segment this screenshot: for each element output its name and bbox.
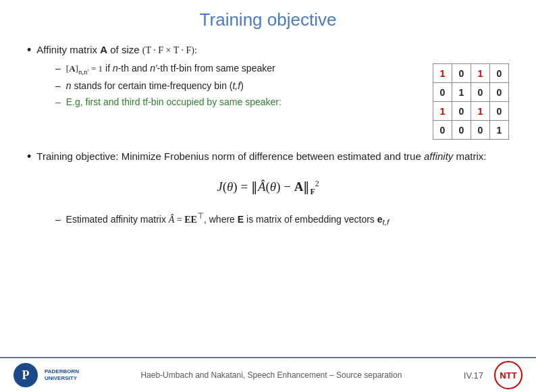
formula-block: J(θ) = ‖Â(θ) − A‖F2 — [27, 179, 509, 197]
sub-bullets: – [A]n,n′ = 1 if n-th and n′-th tf-bin f… — [55, 62, 419, 109]
footer-right: IV.17 NTT — [464, 361, 522, 389]
sub-bullet-text-2: n stands for certain time-frequency bin … — [66, 80, 244, 93]
footer-left: P PADERBORN UNIVERSITY — [14, 363, 79, 387]
matrix-cell-3-0: 0 — [433, 121, 452, 140]
paderborn-university-text: PADERBORN UNIVERSITY — [45, 368, 79, 381]
sub-bullets-col: – [A]n,n′ = 1 if n-th and n′-th tf-bin f… — [27, 62, 419, 109]
matrix-cell-0-0: 1 — [433, 64, 452, 83]
dash-3: – — [55, 96, 61, 109]
matrix-row-3: 0 0 0 1 — [433, 121, 509, 140]
matrix-cell-2-0: 1 — [433, 102, 452, 121]
affinity-matrix: 1 0 1 0 0 1 0 0 1 0 1 0 — [433, 63, 509, 140]
matrix-cell-1-1: 1 — [452, 83, 471, 102]
bullet-text-1: Affinity matrix A of size (T · F × T · F… — [36, 43, 196, 57]
matrix-cell-1-3: 0 — [490, 83, 509, 102]
sub-bullet-3: – E.g, first and third tf-bin occupied b… — [55, 96, 419, 109]
sub-bullet-2: – n stands for certain time-frequency bi… — [55, 80, 419, 93]
footer: P PADERBORN UNIVERSITY Haeb-Umbach and N… — [0, 357, 536, 392]
ntt-logo-text: NTT — [500, 370, 516, 381]
formula-text: J(θ) = ‖Â(θ) − A‖F2 — [217, 179, 319, 197]
footer-citation: Haeb-Umbach and Nakatani, Speech Enhance… — [79, 370, 464, 380]
sub-bullet-text-3: E.g, first and third tf-bin occupied by … — [66, 96, 282, 109]
sub-bullet-text-1: [A]n,n′ = 1 if n-th and n′-th tf-bin fro… — [66, 62, 275, 77]
slide-container: Training objective • Affinity matrix A o… — [0, 0, 536, 392]
paderborn-line1: PADERBORN — [45, 368, 79, 375]
matrix-cell-3-3: 1 — [490, 121, 509, 140]
estimated-dash: – — [55, 214, 61, 225]
bullet-section-2: • Training objective: Minimize Frobenius… — [27, 149, 509, 227]
matrix-cell-1-0: 0 — [433, 83, 452, 102]
matrix-cell-0-1: 0 — [452, 64, 471, 83]
matrix-cell-1-2: 0 — [471, 83, 490, 102]
matrix-cell-2-3: 0 — [490, 102, 509, 121]
matrix-row-1: 0 1 0 0 — [433, 83, 509, 102]
paderborn-line2: UNIVERSITY — [45, 375, 79, 382]
matrix-cell-3-1: 0 — [452, 121, 471, 140]
paderborn-logo-letter: P — [22, 368, 30, 383]
matrix-cell-2-1: 0 — [452, 102, 471, 121]
dash-1: – — [55, 62, 61, 76]
bullet-section-1: • Affinity matrix A of size (T · F × T ·… — [27, 43, 509, 140]
bullet-text-2: Training objective: Minimize Frobenius n… — [36, 149, 486, 163]
matrix-cell-0-3: 0 — [490, 64, 509, 83]
main-bullet-1: • Affinity matrix A of size (T · F × T ·… — [27, 43, 509, 58]
dash-2: – — [55, 80, 61, 93]
slide-number: IV.17 — [464, 370, 483, 381]
matrix-row-2: 1 0 1 0 — [433, 102, 509, 121]
slide-title: Training objective — [27, 7, 509, 30]
main-bullet-2: • Training objective: Minimize Frobenius… — [27, 149, 509, 165]
affinity-block: – [A]n,n′ = 1 if n-th and n′-th tf-bin f… — [27, 62, 509, 140]
bullet-dot-1: • — [27, 43, 31, 58]
bullet-dot-2: • — [27, 149, 31, 165]
paderborn-logo-circle: P — [14, 363, 38, 387]
matrix-cell-0-2: 1 — [471, 64, 490, 83]
sub-bullet-1: – [A]n,n′ = 1 if n-th and n′-th tf-bin f… — [55, 62, 419, 77]
content-area: • Affinity matrix A of size (T · F × T ·… — [27, 43, 509, 352]
matrix-cell-2-2: 1 — [471, 102, 490, 121]
matrix-cell-3-2: 0 — [471, 121, 490, 140]
estimated-bullet: – Estimated affinity matrix Â = EE⊤, whe… — [55, 211, 509, 228]
matrix-row-0: 1 0 1 0 — [433, 64, 509, 83]
ntt-logo: NTT — [494, 361, 522, 389]
